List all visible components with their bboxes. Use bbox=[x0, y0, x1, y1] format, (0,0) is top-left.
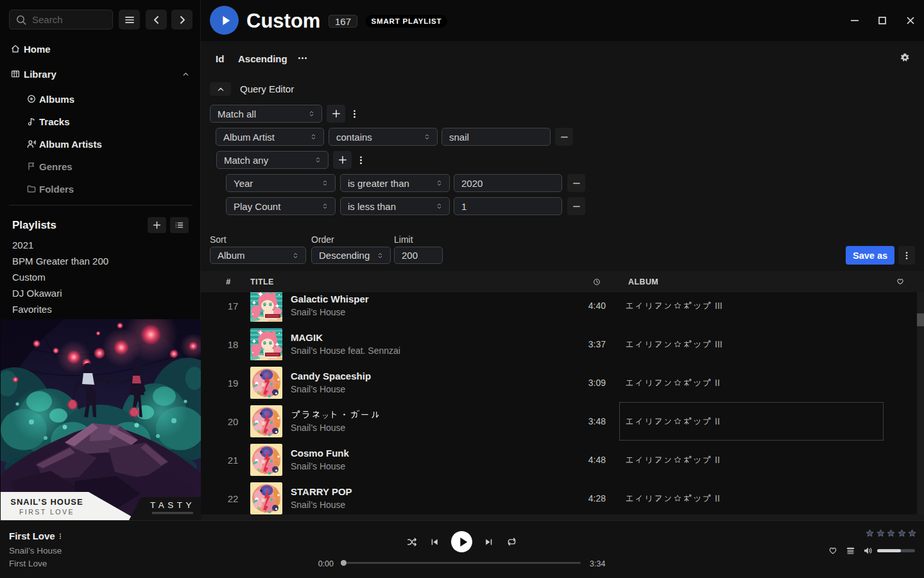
svg-text:FIRST LOVE: FIRST LOVE bbox=[19, 508, 74, 516]
svg-text:SNAIL’S HOUSE: SNAIL’S HOUSE bbox=[10, 497, 83, 507]
svg-text:TASTY: TASTY bbox=[150, 500, 195, 510]
